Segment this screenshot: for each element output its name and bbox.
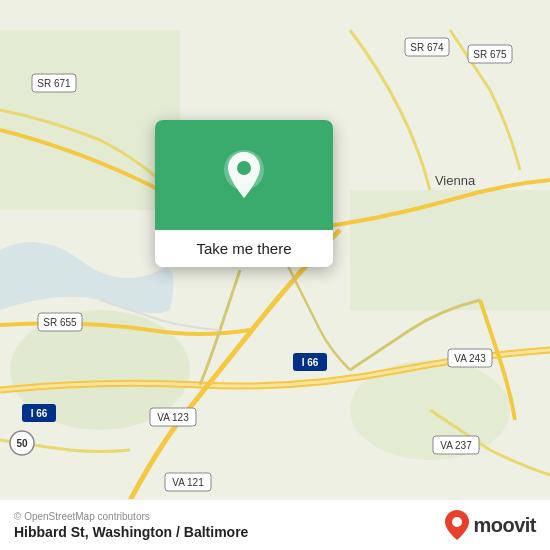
location-name: Hibbard St, Washington / Baltimore <box>14 524 248 540</box>
copyright-text: © OpenStreetMap contributors <box>14 511 248 522</box>
svg-text:50: 50 <box>16 438 28 449</box>
svg-text:SR 674: SR 674 <box>410 42 444 53</box>
svg-point-30 <box>452 517 462 527</box>
popup-green-area <box>155 120 333 230</box>
svg-text:Vienna: Vienna <box>435 173 476 188</box>
map-roads: SR 674 SR 675 SR 671 Vienna SR 655 I 66 … <box>0 0 550 550</box>
popup-card: Take me there <box>155 120 333 267</box>
svg-text:SR 671: SR 671 <box>37 78 71 89</box>
take-me-there-button[interactable]: Take me there <box>155 230 333 267</box>
svg-rect-0 <box>0 30 180 210</box>
svg-text:VA 237: VA 237 <box>440 440 472 451</box>
svg-text:SR 655: SR 655 <box>43 317 77 328</box>
moovit-brand-text: moovit <box>473 514 536 537</box>
svg-text:VA 243: VA 243 <box>454 353 486 364</box>
svg-text:SR 675: SR 675 <box>473 49 507 60</box>
svg-text:VA 123: VA 123 <box>157 412 189 423</box>
svg-text:VA 121: VA 121 <box>172 477 204 488</box>
location-pin-icon <box>222 148 266 202</box>
svg-rect-2 <box>350 190 550 310</box>
svg-point-29 <box>237 161 251 175</box>
svg-text:I 66: I 66 <box>302 357 319 368</box>
bottom-bar: © OpenStreetMap contributors Hibbard St,… <box>0 499 550 550</box>
map-container: SR 674 SR 675 SR 671 Vienna SR 655 I 66 … <box>0 0 550 550</box>
moovit-logo: moovit <box>445 510 536 540</box>
bottom-left-info: © OpenStreetMap contributors Hibbard St,… <box>14 511 248 540</box>
moovit-pin-icon <box>445 510 469 540</box>
svg-text:I 66: I 66 <box>31 408 48 419</box>
